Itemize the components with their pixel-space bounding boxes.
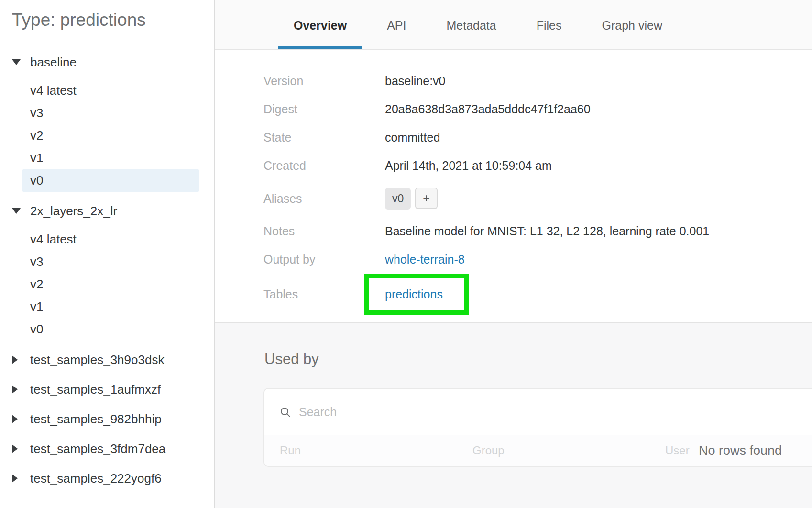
field-row-digest: Digest20a8a638d3a873ada5dddc47f1f2aa60 — [263, 95, 793, 123]
overview-fields: Versionbaseline:v0Digest20a8a638d3a873ad… — [215, 50, 812, 322]
whole-terrain-8-link[interactable]: whole-terrain-8 — [385, 253, 465, 266]
version-list: v4 latestv3v2v1v0 — [12, 228, 214, 341]
field-row-tables: Tablespredictions — [263, 274, 793, 315]
field-row-aliases: Aliasesv0+ — [263, 180, 793, 217]
annotation-highlight-box: predictions — [364, 274, 469, 315]
field-value-state: committed — [385, 131, 440, 144]
group-label: 2x_layers_2x_lr — [30, 204, 117, 219]
sidebar-version-v0[interactable]: v0 — [22, 318, 199, 341]
sidebar-group-baseline[interactable]: baseline — [12, 52, 214, 73]
sidebar-version-v2[interactable]: v2 — [22, 273, 199, 296]
used-by-table-card: RunGroupUserNo rows found — [263, 388, 812, 467]
column-header-user: User — [665, 444, 699, 457]
field-row-notes: NotesBaseline model for MNIST: L1 32, L2… — [263, 217, 793, 245]
sidebar-version-v0[interactable]: v0 — [22, 169, 199, 192]
artifact-browser-window: Type: predictions baselinev4 latestv3v2v… — [0, 0, 812, 508]
field-row-created: CreatedApril 14th, 2021 at 10:59:04 am — [263, 152, 793, 180]
caret-right-icon[interactable] — [12, 415, 18, 423]
artifact-version-tree: baselinev4 latestv3v2v1v02x_layers_2x_lr… — [12, 52, 214, 489]
tab-metadata[interactable]: Metadata — [430, 0, 512, 49]
field-value-tables: predictions — [385, 274, 469, 315]
caret-right-icon[interactable] — [12, 474, 18, 483]
used-by-section: Used by RunGroupUserNo rows found — [215, 322, 812, 508]
tab-files[interactable]: Files — [521, 0, 578, 49]
sidebar-version-v4-latest[interactable]: v4 latest — [22, 79, 199, 102]
group-label: test_samples_3fdm7dea — [30, 442, 165, 456]
artifact-detail-panel: OverviewAPIMetadataFilesGraph view Versi… — [215, 0, 812, 508]
field-label-version: Version — [263, 74, 385, 88]
sidebar-version-v3[interactable]: v3 — [22, 251, 199, 273]
search-icon — [280, 407, 291, 418]
field-value-output-by: whole-terrain-8 — [385, 253, 465, 266]
group-label: test_samples_3h9o3dsk — [30, 353, 164, 367]
used-by-heading: Used by — [264, 351, 812, 368]
group-label: test_samples_1aufmxzf — [30, 382, 161, 397]
field-row-output-by: Output bywhole-terrain-8 — [263, 245, 793, 274]
column-header-group: Group — [472, 444, 665, 457]
artifact-sidebar: Type: predictions baselinev4 latestv3v2v… — [0, 0, 215, 508]
tab-api[interactable]: API — [371, 0, 422, 49]
sidebar-group-2x-layers-2x-lr[interactable]: 2x_layers_2x_lr — [12, 200, 214, 221]
caret-right-icon[interactable] — [12, 444, 18, 453]
alias-pill-v0[interactable]: v0 — [385, 188, 411, 210]
field-label-digest: Digest — [263, 102, 385, 116]
sidebar-version-v1[interactable]: v1 — [22, 147, 199, 169]
used-by-table-header: RunGroupUserNo rows found — [264, 435, 812, 466]
field-value-digest: 20a8a638d3a873ada5dddc47f1f2aa60 — [385, 102, 591, 116]
predictions-link[interactable]: predictions — [385, 287, 443, 301]
empty-table-message: No rows found — [699, 443, 782, 458]
tab-overview[interactable]: Overview — [278, 0, 362, 49]
tab-bar: OverviewAPIMetadataFilesGraph view — [215, 0, 812, 50]
field-label-aliases: Aliases — [263, 192, 385, 206]
sidebar-version-v2[interactable]: v2 — [22, 124, 199, 147]
search-input[interactable] — [298, 405, 537, 420]
caret-right-icon[interactable] — [12, 355, 18, 364]
sidebar-group-test-samples-982bhhip[interactable]: test_samples_982bhhip — [12, 409, 214, 430]
sidebar-version-v3[interactable]: v3 — [22, 102, 199, 124]
group-label: baseline — [30, 55, 77, 70]
group-label: test_samples_222yogf6 — [30, 471, 162, 486]
used-by-search-row — [264, 389, 812, 435]
sidebar-group-test-samples-1aufmxzf[interactable]: test_samples_1aufmxzf — [12, 379, 214, 400]
sidebar-group-test-samples-222yogf6[interactable]: test_samples_222yogf6 — [12, 468, 214, 489]
column-header-run: Run — [280, 444, 472, 457]
caret-down-icon[interactable] — [12, 208, 21, 214]
field-label-created: Created — [263, 159, 385, 173]
caret-down-icon[interactable] — [12, 59, 21, 65]
field-value-notes: Baseline model for MNIST: L1 32, L2 128,… — [385, 224, 709, 238]
caret-right-icon[interactable] — [12, 385, 18, 394]
version-list: v4 latestv3v2v1v0 — [12, 79, 214, 192]
field-label-output-by: Output by — [263, 253, 385, 266]
field-label-notes: Notes — [263, 224, 385, 238]
add-alias-button[interactable]: + — [415, 188, 438, 209]
sidebar-version-v1[interactable]: v1 — [22, 296, 199, 318]
field-row-state: Statecommitted — [263, 123, 793, 152]
sidebar-version-v4-latest[interactable]: v4 latest — [22, 228, 199, 251]
field-row-version: Versionbaseline:v0 — [263, 67, 793, 95]
field-value-version: baseline:v0 — [385, 74, 445, 88]
field-value-created: April 14th, 2021 at 10:59:04 am — [385, 159, 552, 173]
tab-graph-view[interactable]: Graph view — [586, 0, 678, 49]
sidebar-group-test-samples-3h9o3dsk[interactable]: test_samples_3h9o3dsk — [12, 349, 214, 370]
field-label-state: State — [263, 131, 385, 144]
sidebar-group-test-samples-3fdm7dea[interactable]: test_samples_3fdm7dea — [12, 438, 214, 459]
sidebar-type-title: Type: predictions — [12, 10, 214, 31]
group-label: test_samples_982bhhip — [30, 412, 162, 427]
field-value-aliases: v0+ — [385, 188, 438, 210]
